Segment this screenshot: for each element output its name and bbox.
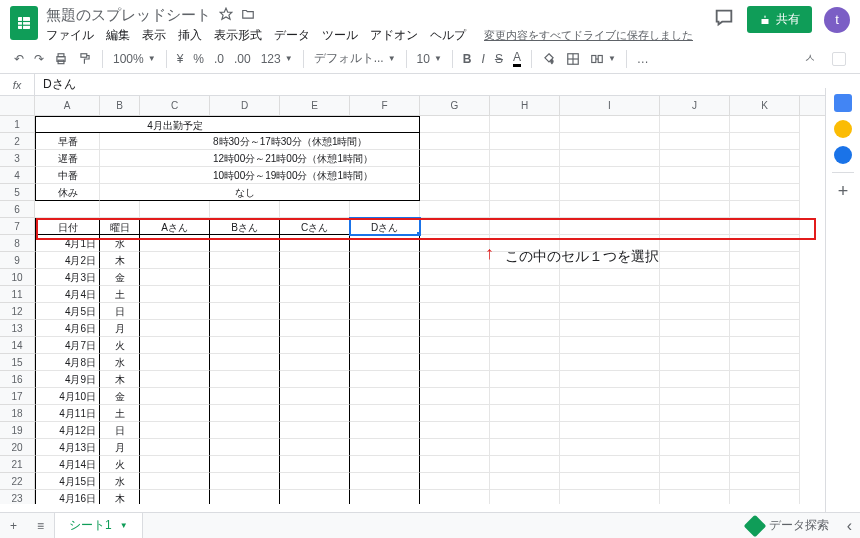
merge-button[interactable]: ▼ xyxy=(586,50,620,68)
cell-J10[interactable] xyxy=(660,269,730,286)
cell-G20[interactable] xyxy=(420,439,490,456)
cell-E17[interactable] xyxy=(280,388,350,405)
cell-H12[interactable] xyxy=(490,303,560,320)
cell-B8[interactable]: 水 xyxy=(100,235,140,252)
cell-B23[interactable]: 木 xyxy=(100,490,140,504)
print-icon[interactable] xyxy=(50,49,72,69)
cell-A21[interactable]: 4月14日 xyxy=(35,456,100,473)
cell-B2[interactable] xyxy=(100,133,140,150)
row-header[interactable]: 17 xyxy=(0,388,35,405)
cell-G16[interactable] xyxy=(420,371,490,388)
cell-J3[interactable] xyxy=(660,150,730,167)
menu-help[interactable]: ヘルプ xyxy=(430,27,466,44)
share-button[interactable]: 共有 xyxy=(747,6,812,33)
cell-I2[interactable] xyxy=(560,133,660,150)
paint-format-icon[interactable] xyxy=(74,49,96,69)
cell-G1[interactable] xyxy=(420,116,490,133)
row-header[interactable]: 22 xyxy=(0,473,35,490)
row-header[interactable]: 1 xyxy=(0,116,35,133)
menu-edit[interactable]: 編集 xyxy=(106,27,130,44)
cell-A6[interactable] xyxy=(35,201,100,218)
cell-E11[interactable] xyxy=(280,286,350,303)
col-header-B[interactable]: B xyxy=(100,96,140,115)
row-header[interactable]: 9 xyxy=(0,252,35,269)
cell-C9[interactable] xyxy=(140,252,210,269)
cell-F5[interactable] xyxy=(350,184,420,201)
cell-G6[interactable] xyxy=(420,201,490,218)
doc-title[interactable]: 無題のスプレッドシート xyxy=(46,6,211,25)
cell-I16[interactable] xyxy=(560,371,660,388)
row-header[interactable]: 6 xyxy=(0,201,35,218)
cell-A15[interactable]: 4月8日 xyxy=(35,354,100,371)
cell-C5[interactable] xyxy=(140,184,210,201)
cell-I14[interactable] xyxy=(560,337,660,354)
cell-D16[interactable] xyxy=(210,371,280,388)
cell-K15[interactable] xyxy=(730,354,800,371)
cell-H9[interactable] xyxy=(490,252,560,269)
cell-K4[interactable] xyxy=(730,167,800,184)
cell-F2[interactable] xyxy=(350,133,420,150)
cell-K20[interactable] xyxy=(730,439,800,456)
cell-I5[interactable] xyxy=(560,184,660,201)
cell-G18[interactable] xyxy=(420,405,490,422)
cell-C2[interactable] xyxy=(140,133,210,150)
cell-B18[interactable]: 土 xyxy=(100,405,140,422)
cell-G21[interactable] xyxy=(420,456,490,473)
cell-K22[interactable] xyxy=(730,473,800,490)
cell-E12[interactable] xyxy=(280,303,350,320)
cell-I7[interactable] xyxy=(560,218,660,235)
cell-G13[interactable] xyxy=(420,320,490,337)
cell-D6[interactable] xyxy=(210,201,280,218)
cell-D1[interactable] xyxy=(210,116,280,133)
cell-I13[interactable] xyxy=(560,320,660,337)
cell-K9[interactable] xyxy=(730,252,800,269)
cell-F11[interactable] xyxy=(350,286,420,303)
cell-I11[interactable] xyxy=(560,286,660,303)
cell-D15[interactable] xyxy=(210,354,280,371)
cell-I9[interactable] xyxy=(560,252,660,269)
cell-J16[interactable] xyxy=(660,371,730,388)
cell-K16[interactable] xyxy=(730,371,800,388)
cell-C11[interactable] xyxy=(140,286,210,303)
font-select[interactable]: デフォルト...▼ xyxy=(310,48,400,69)
cell-J5[interactable] xyxy=(660,184,730,201)
undo-icon[interactable]: ↶ xyxy=(10,49,28,69)
row-header[interactable]: 10 xyxy=(0,269,35,286)
menu-addons[interactable]: アドオン xyxy=(370,27,418,44)
cell-H11[interactable] xyxy=(490,286,560,303)
col-header-G[interactable]: G xyxy=(420,96,490,115)
cell-D22[interactable] xyxy=(210,473,280,490)
font-size-select[interactable]: 10▼ xyxy=(413,50,446,68)
menu-insert[interactable]: 挿入 xyxy=(178,27,202,44)
cell-E9[interactable] xyxy=(280,252,350,269)
cell-J6[interactable] xyxy=(660,201,730,218)
cell-J20[interactable] xyxy=(660,439,730,456)
cell-A4[interactable]: 中番 xyxy=(35,167,100,184)
cell-B3[interactable] xyxy=(100,150,140,167)
cell-C22[interactable] xyxy=(140,473,210,490)
cell-E8[interactable] xyxy=(280,235,350,252)
formula-input[interactable]: Dさん xyxy=(35,76,860,93)
row-header[interactable]: 15 xyxy=(0,354,35,371)
cell-H10[interactable] xyxy=(490,269,560,286)
borders-button[interactable] xyxy=(562,49,584,69)
cell-B13[interactable]: 月 xyxy=(100,320,140,337)
cell-D10[interactable] xyxy=(210,269,280,286)
cell-F8[interactable] xyxy=(350,235,420,252)
add-addon-icon[interactable]: + xyxy=(838,181,849,202)
cell-G11[interactable] xyxy=(420,286,490,303)
cell-H21[interactable] xyxy=(490,456,560,473)
cell-C4[interactable] xyxy=(140,167,210,184)
cell-F19[interactable] xyxy=(350,422,420,439)
menu-view[interactable]: 表示 xyxy=(142,27,166,44)
cell-E15[interactable] xyxy=(280,354,350,371)
cell-D20[interactable] xyxy=(210,439,280,456)
cell-K3[interactable] xyxy=(730,150,800,167)
toolbar-collapse-icon[interactable]: ㅅ xyxy=(800,47,820,70)
cell-I10[interactable] xyxy=(560,269,660,286)
cell-H17[interactable] xyxy=(490,388,560,405)
tasks-addon-icon[interactable] xyxy=(834,146,852,164)
cell-B6[interactable] xyxy=(100,201,140,218)
cell-H3[interactable] xyxy=(490,150,560,167)
cell-D21[interactable] xyxy=(210,456,280,473)
